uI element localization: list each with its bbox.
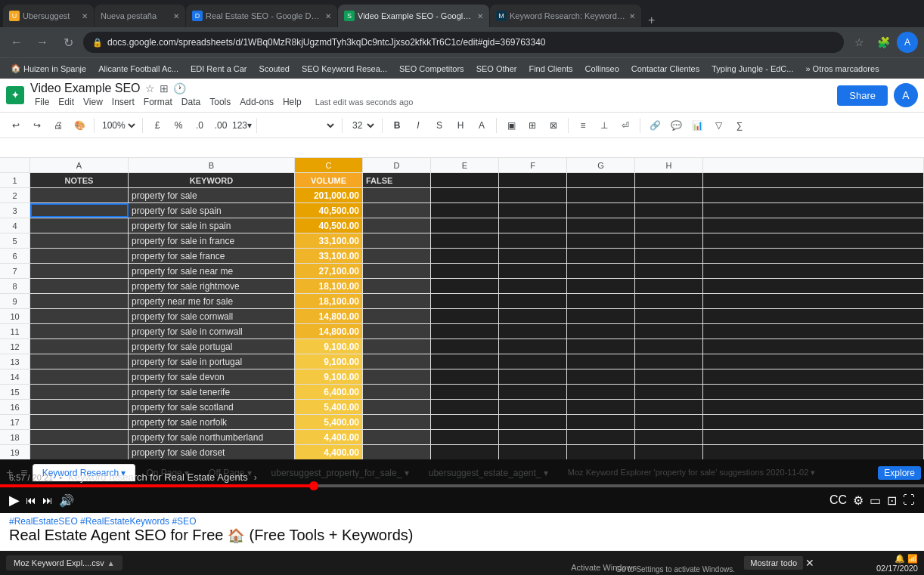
cell-false-4[interactable] bbox=[363, 218, 431, 233]
cell-h-11[interactable] bbox=[635, 324, 703, 339]
cell-keyword-10[interactable]: property for sale cornwall bbox=[129, 309, 295, 323]
bookmark-seo-keyword[interactable]: SEO Keyword Resea... bbox=[297, 63, 392, 75]
cell-false-18[interactable] bbox=[363, 430, 431, 444]
cell-false-15[interactable] bbox=[363, 385, 431, 399]
cell-false-16[interactable] bbox=[363, 400, 431, 414]
bookmark-find-clients[interactable]: Find Clients bbox=[524, 63, 577, 75]
cell-g-14[interactable] bbox=[567, 369, 635, 384]
cell-h-14[interactable] bbox=[635, 369, 703, 384]
cell-g-2[interactable] bbox=[567, 188, 635, 202]
cell-f-5[interactable] bbox=[499, 233, 567, 248]
print-button[interactable]: 🖨 bbox=[48, 116, 68, 135]
paint-format-button[interactable]: 🎨 bbox=[70, 116, 89, 135]
cell-f-3[interactable] bbox=[499, 203, 567, 218]
cell-f-10[interactable] bbox=[499, 309, 567, 323]
cell-h-2[interactable] bbox=[635, 188, 703, 202]
cell-e-13[interactable] bbox=[431, 354, 499, 369]
cell-keyword-6[interactable]: property for sale france bbox=[129, 249, 295, 263]
cell-volume-12[interactable]: 9,100.00 bbox=[295, 339, 363, 354]
menu-view[interactable]: View bbox=[79, 95, 107, 109]
cell-e-15[interactable] bbox=[431, 385, 499, 399]
cell-g-5[interactable] bbox=[567, 233, 635, 248]
cell-keyword-14[interactable]: property for sale devon bbox=[129, 369, 295, 384]
cell-false-10[interactable] bbox=[363, 309, 431, 323]
tab-close-sheets[interactable]: ✕ bbox=[477, 12, 483, 20]
cell-keyword-17[interactable]: property for sale norfolk bbox=[129, 415, 295, 429]
cell-volume-7[interactable]: 27,100.00 bbox=[295, 264, 363, 278]
cell-keyword-9[interactable]: property near me for sale bbox=[129, 294, 295, 308]
cell-h-19[interactable] bbox=[635, 445, 703, 459]
borders-button[interactable]: ⊞ bbox=[522, 116, 542, 135]
tab-close-ubersuggest[interactable]: ✕ bbox=[82, 12, 88, 20]
cell-volume-4[interactable]: 40,500.00 bbox=[295, 218, 363, 233]
format-number-button[interactable]: 123▾ bbox=[232, 116, 252, 135]
col-header-g[interactable]: G bbox=[567, 158, 635, 172]
extensions-icon[interactable]: 🧩 bbox=[873, 32, 894, 53]
zoom-select[interactable]: 100% bbox=[99, 119, 138, 131]
cell-keyword-18[interactable]: property for sale northumberland bbox=[129, 430, 295, 444]
link-button[interactable]: 🔗 bbox=[645, 116, 665, 135]
bookmark-seo-other[interactable]: SEO Other bbox=[472, 63, 522, 75]
cell-false-9[interactable] bbox=[363, 294, 431, 308]
cell-e-8[interactable] bbox=[431, 279, 499, 293]
col-header-f[interactable]: F bbox=[499, 158, 567, 172]
cell-notes-9[interactable] bbox=[30, 294, 129, 308]
col-header-d[interactable]: D bbox=[363, 158, 431, 172]
cell-f1[interactable] bbox=[499, 173, 567, 187]
cell-g-7[interactable] bbox=[567, 264, 635, 278]
sheets-history-icon[interactable]: 🕐 bbox=[173, 82, 186, 94]
cell-keyword-13[interactable]: property for sale in portugal bbox=[129, 354, 295, 369]
cell-g-12[interactable] bbox=[567, 339, 635, 354]
cell-f-9[interactable] bbox=[499, 294, 567, 308]
forward-button[interactable]: → bbox=[32, 32, 53, 53]
chart-button[interactable]: 📊 bbox=[687, 116, 707, 135]
align-left-button[interactable]: ≡ bbox=[573, 116, 593, 135]
cell-h-7[interactable] bbox=[635, 264, 703, 278]
cell-notes-19[interactable] bbox=[30, 445, 129, 459]
redo-button[interactable]: ↪ bbox=[27, 116, 47, 135]
cell-keyword-3[interactable]: property for sale spain bbox=[129, 203, 295, 218]
cell-e-2[interactable] bbox=[431, 188, 499, 202]
cell-false-3[interactable] bbox=[363, 203, 431, 218]
subtitles-icon[interactable]: CC bbox=[829, 493, 847, 507]
cell-f-12[interactable] bbox=[499, 339, 567, 354]
col-header-c[interactable]: C bbox=[295, 158, 363, 172]
cell-e-7[interactable] bbox=[431, 264, 499, 278]
cell-g-6[interactable] bbox=[567, 249, 635, 263]
cell-keyword-7[interactable]: property for sale near me bbox=[129, 264, 295, 278]
cell-f-15[interactable] bbox=[499, 385, 567, 399]
cell-e-12[interactable] bbox=[431, 339, 499, 354]
cell-f-11[interactable] bbox=[499, 324, 567, 339]
cell-notes-8[interactable] bbox=[30, 279, 129, 293]
cell-volume-10[interactable]: 14,800.00 bbox=[295, 309, 363, 323]
cell-volume-8[interactable]: 18,100.00 bbox=[295, 279, 363, 293]
bookmark-scouted[interactable]: Scouted bbox=[255, 63, 294, 75]
volume-button[interactable]: 🔊 bbox=[59, 493, 74, 508]
cell-volume-5[interactable]: 33,100.00 bbox=[295, 233, 363, 248]
taskbar-moz-csv[interactable]: Moz Keyword Expl....csv ▲ bbox=[6, 555, 122, 570]
tab-video-example[interactable]: S Video Example SEO - Google Sh... ✕ bbox=[338, 5, 489, 27]
cell-h-8[interactable] bbox=[635, 279, 703, 293]
cell-b1[interactable]: KEYWORD bbox=[129, 173, 295, 187]
cell-e-14[interactable] bbox=[431, 369, 499, 384]
menu-help[interactable]: Help bbox=[278, 95, 306, 109]
cell-h-10[interactable] bbox=[635, 309, 703, 323]
cell-keyword-12[interactable]: property for sale portugal bbox=[129, 339, 295, 354]
cell-e-4[interactable] bbox=[431, 218, 499, 233]
prev-button[interactable]: ⏮ bbox=[26, 494, 36, 506]
bookmark-collinseo[interactable]: Collinseo bbox=[581, 63, 624, 75]
cell-f-18[interactable] bbox=[499, 430, 567, 444]
cell-g-10[interactable] bbox=[567, 309, 635, 323]
reload-button[interactable]: ↻ bbox=[57, 32, 79, 53]
sheets-star-icon[interactable]: ☆ bbox=[145, 82, 155, 94]
next-button[interactable]: ⏭ bbox=[42, 494, 53, 506]
close-notification-button[interactable]: ✕ bbox=[805, 557, 814, 569]
cell-volume-16[interactable]: 5,400.00 bbox=[295, 400, 363, 414]
play-button[interactable]: ▶ bbox=[9, 492, 20, 509]
cell-h-9[interactable] bbox=[635, 294, 703, 308]
bookmark-star-icon[interactable]: ☆ bbox=[848, 32, 870, 53]
font-select[interactable] bbox=[262, 117, 337, 134]
cell-notes-17[interactable] bbox=[30, 415, 129, 429]
cell-volume-14[interactable]: 9,100.00 bbox=[295, 369, 363, 384]
cell-h-12[interactable] bbox=[635, 339, 703, 354]
